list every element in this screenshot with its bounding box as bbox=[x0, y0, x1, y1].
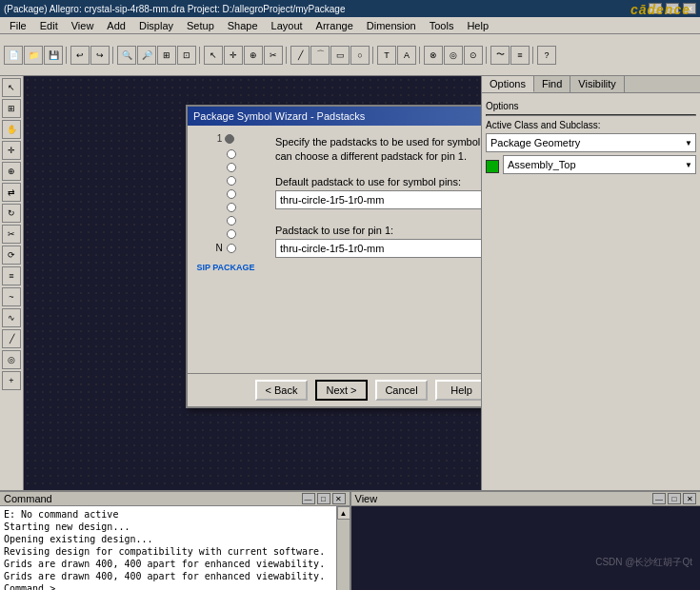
right-panel-tabs: Options Find Visibility bbox=[482, 76, 700, 93]
dialog-pin-list: 1 bbox=[188, 126, 264, 373]
main-area: ↖ ⊞ ✋ ✛ ⊕ ⇄ ↻ ✂ ⟳ ≡ ~ ∿ ╱ ◎ + Package Sy… bbox=[0, 76, 700, 490]
left-btn-route[interactable]: ╱ bbox=[2, 329, 21, 348]
toolbar-help[interactable]: ? bbox=[537, 46, 556, 65]
menu-bar: File Edit View Add Display Setup Shape L… bbox=[0, 17, 700, 34]
menu-add[interactable]: Add bbox=[101, 19, 131, 32]
pin1-circle bbox=[225, 134, 234, 144]
command-minimize[interactable]: — bbox=[302, 493, 315, 504]
menu-file[interactable]: File bbox=[4, 19, 32, 32]
menu-view[interactable]: View bbox=[66, 19, 100, 32]
left-btn-via[interactable]: ◎ bbox=[2, 350, 21, 369]
scroll-track[interactable] bbox=[337, 520, 350, 590]
left-btn-rotate[interactable]: ↻ bbox=[2, 204, 21, 223]
left-btn-select[interactable]: ↖ bbox=[2, 78, 21, 97]
toolbar-zoom-sel[interactable]: ⊡ bbox=[177, 46, 196, 65]
toolbar-copy[interactable]: ⊕ bbox=[244, 46, 263, 65]
next-button[interactable]: Next > bbox=[315, 380, 368, 401]
class-dropdown-value: Package Geometry bbox=[490, 137, 580, 148]
toolbar-via[interactable]: ◎ bbox=[444, 46, 463, 65]
left-btn-rat[interactable]: ∿ bbox=[2, 308, 21, 327]
toolbar-save[interactable]: 💾 bbox=[44, 46, 63, 65]
package-preview-label: SIP PACKAGE bbox=[196, 261, 254, 272]
help-button[interactable]: Help bbox=[435, 380, 481, 401]
menu-shape[interactable]: Shape bbox=[222, 19, 264, 32]
left-btn-prop[interactable]: ≡ bbox=[2, 266, 21, 285]
toolbar-pad[interactable]: ⊙ bbox=[464, 46, 483, 65]
toolbar-sep8 bbox=[532, 47, 534, 64]
menu-setup[interactable]: Setup bbox=[181, 19, 220, 32]
view-title: View — □ ✕ bbox=[351, 492, 701, 506]
left-btn-mirror[interactable]: ⇄ bbox=[2, 183, 21, 202]
toolbar-text[interactable]: T bbox=[377, 46, 396, 65]
command-title: Command — □ ✕ bbox=[0, 492, 350, 506]
left-btn-copy[interactable]: ⊕ bbox=[2, 162, 21, 181]
view-panel: View — □ ✕ bbox=[351, 492, 701, 590]
toolbar-zoom-in[interactable]: 🔍 bbox=[117, 46, 136, 65]
view-close[interactable]: ✕ bbox=[683, 493, 696, 504]
pin1-padstack-input[interactable] bbox=[275, 239, 481, 258]
pin-n-label: N bbox=[216, 243, 224, 253]
default-padstack-label: Default padstack to use for symbol pins: bbox=[275, 176, 481, 187]
cancel-button[interactable]: Cancel bbox=[375, 380, 428, 401]
cmd-line-5: Grids are drawn 400, 400 apart for enhan… bbox=[4, 570, 332, 582]
left-btn-delete[interactable]: ✂ bbox=[2, 225, 21, 244]
cmd-line-4: Grids are drawn 400, 400 apart for enhan… bbox=[4, 558, 332, 570]
back-button[interactable]: < Back bbox=[255, 380, 308, 401]
default-padstack-input[interactable] bbox=[275, 190, 481, 209]
toolbar-redo[interactable]: ↪ bbox=[90, 46, 110, 65]
tab-find[interactable]: Find bbox=[534, 76, 570, 92]
class-dropdown[interactable]: Package Geometry bbox=[486, 133, 696, 152]
view-maximize[interactable]: □ bbox=[668, 493, 681, 504]
command-inner: E: No command active Starting new design… bbox=[0, 506, 350, 590]
dialog-footer: < Back Next > Cancel Help bbox=[188, 373, 481, 406]
subclass-dropdown-value: Assembly_Top bbox=[508, 159, 576, 170]
toolbar-label[interactable]: A bbox=[397, 46, 416, 65]
bottom-area: Command — □ ✕ E: No command active Start… bbox=[0, 490, 700, 590]
toolbar-rect[interactable]: ▭ bbox=[330, 46, 350, 65]
left-btn-net[interactable]: ~ bbox=[2, 287, 21, 306]
toolbar-delete[interactable]: ✂ bbox=[264, 46, 283, 65]
toolbar-zoom-out[interactable]: 🔎 bbox=[137, 46, 156, 65]
toolbar-arc[interactable]: ⌒ bbox=[310, 46, 330, 65]
menu-arrange[interactable]: Arrange bbox=[310, 19, 359, 32]
toolbar-circle[interactable]: ○ bbox=[350, 46, 370, 65]
default-padstack-row: ... bbox=[275, 190, 481, 209]
menu-dimension[interactable]: Dimension bbox=[361, 19, 422, 32]
left-btn-spin[interactable]: ⟳ bbox=[2, 246, 21, 265]
view-minimize[interactable]: — bbox=[652, 493, 666, 504]
menu-display[interactable]: Display bbox=[133, 19, 179, 32]
command-scrollbar[interactable]: ▲ ▼ bbox=[336, 506, 350, 590]
menu-layout[interactable]: Layout bbox=[266, 19, 309, 32]
cmd-line-3: Revising design for compatibility with c… bbox=[4, 545, 332, 558]
toolbar-open[interactable]: 📁 bbox=[24, 46, 43, 65]
toolbar-undo[interactable]: ↩ bbox=[70, 46, 90, 65]
left-btn-move[interactable]: ✛ bbox=[2, 141, 21, 160]
left-btn-zoom[interactable]: ⊞ bbox=[2, 99, 21, 118]
menu-edit[interactable]: Edit bbox=[34, 19, 64, 32]
view-title-controls: — □ ✕ bbox=[652, 493, 696, 504]
toolbar-move[interactable]: ✛ bbox=[224, 46, 243, 65]
toolbar-line[interactable]: ╱ bbox=[290, 46, 310, 65]
toolbar-route[interactable]: 〜 bbox=[490, 46, 510, 65]
pin-top-label: 1 bbox=[217, 133, 223, 144]
view-content bbox=[351, 506, 701, 590]
tab-options[interactable]: Options bbox=[482, 76, 534, 92]
toolbar-zoom-fit[interactable]: ⊞ bbox=[157, 46, 176, 65]
padstacks-dialog: Package Symbol Wizard - Padstacks — □ ✕ … bbox=[186, 105, 481, 408]
toolbar-pin[interactable]: ⊗ bbox=[424, 46, 443, 65]
pin-row-4 bbox=[216, 176, 236, 186]
command-close[interactable]: ✕ bbox=[332, 493, 346, 504]
menu-help[interactable]: Help bbox=[461, 19, 494, 32]
left-btn-pan[interactable]: ✋ bbox=[2, 120, 21, 139]
subclass-dropdown[interactable]: Assembly_Top bbox=[503, 155, 696, 174]
menu-tools[interactable]: Tools bbox=[424, 19, 460, 32]
toolbar-select[interactable]: ↖ bbox=[204, 46, 223, 65]
left-btn-add[interactable]: + bbox=[2, 371, 21, 390]
command-maximize[interactable]: □ bbox=[317, 493, 330, 504]
cmd-line-6: Command > bbox=[4, 582, 332, 590]
toolbar-new[interactable]: 📄 bbox=[4, 46, 23, 65]
cmd-line-0: E: No command active bbox=[4, 508, 332, 521]
toolbar-bus[interactable]: ≡ bbox=[510, 46, 530, 65]
scroll-up[interactable]: ▲ bbox=[337, 506, 350, 520]
tab-visibility[interactable]: Visibility bbox=[570, 76, 625, 92]
